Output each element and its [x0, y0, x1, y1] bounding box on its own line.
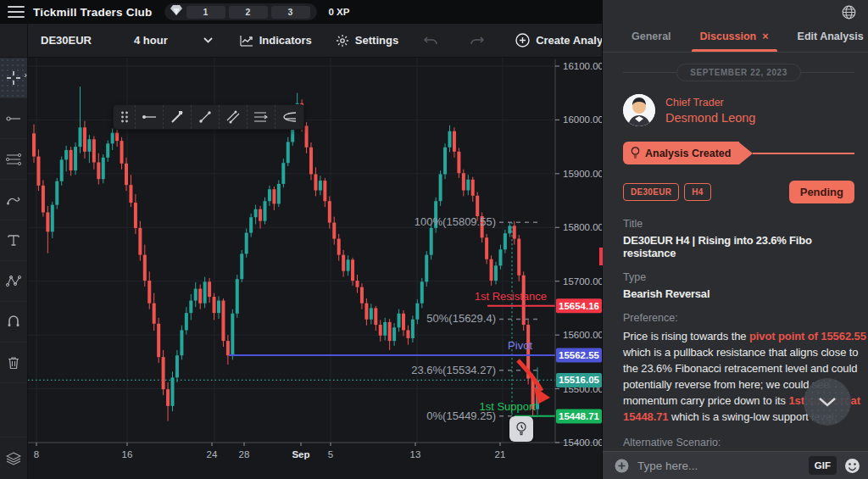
tool-horizontal-ray[interactable] — [136, 105, 164, 129]
globe-icon[interactable] — [842, 5, 856, 19]
tool-curve[interactable] — [275, 105, 303, 129]
time-tick: 8 — [34, 449, 39, 460]
tab-general[interactable]: General — [623, 31, 680, 52]
candle — [360, 287, 364, 304]
candle — [398, 314, 401, 327]
symbol-button[interactable]: DE30EUR — [28, 24, 110, 57]
svg-text:16100.00: 16100.00 — [563, 61, 602, 71]
candle — [383, 322, 387, 336]
time-tick: 21 — [495, 449, 506, 460]
type-label: Type — [623, 271, 854, 283]
candle — [462, 173, 465, 190]
tool-crosshair[interactable]: › — [0, 58, 27, 98]
candle — [351, 259, 354, 281]
panel-tabs: General Discussion× Edit Analysis — [603, 24, 868, 53]
trend-line-bold-icon — [170, 110, 184, 124]
candle — [194, 289, 198, 301]
avatar[interactable] — [623, 94, 655, 126]
candle — [92, 139, 96, 162]
toolbar-drag-handle[interactable] — [114, 105, 136, 129]
svg-text:15516.05: 15516.05 — [559, 375, 600, 385]
symbol-tag[interactable]: DE30EUR — [623, 183, 679, 201]
timeframe-dropdown[interactable]: 4 hour — [110, 24, 228, 57]
tool-trend-line-bold[interactable] — [164, 105, 192, 129]
candle — [259, 209, 262, 221]
candle — [513, 226, 516, 238]
candle — [388, 322, 392, 341]
candle — [314, 174, 317, 190]
candle — [203, 281, 207, 303]
menu-icon[interactable] — [8, 6, 25, 18]
svg-text:15800.00: 15800.00 — [563, 222, 602, 232]
xp-levels-pill: 1 2 3 — [164, 3, 317, 20]
candle — [208, 281, 211, 297]
close-tab-icon[interactable]: × — [762, 31, 768, 42]
candle — [364, 304, 368, 320]
tool-fib-levels[interactable] — [248, 105, 275, 129]
alternative-label: Alternative Scenario: — [623, 437, 854, 448]
floating-drawing-toolbar[interactable] — [113, 104, 304, 130]
panel-top-bar — [603, 0, 868, 24]
level-1[interactable]: 1 — [186, 6, 225, 19]
add-attachment-icon[interactable] — [615, 459, 629, 473]
candle — [430, 228, 433, 255]
scroll-to-bottom-button[interactable] — [804, 378, 851, 426]
divider-price-marker — [599, 248, 603, 265]
candle — [471, 180, 475, 196]
undo-button[interactable] — [410, 24, 457, 57]
tool-magnet[interactable] — [0, 302, 27, 343]
tab-discussion[interactable]: Discussion× — [692, 31, 777, 52]
candle — [106, 143, 109, 157]
candle — [134, 203, 137, 228]
tool-parallel-channel[interactable] — [220, 105, 248, 129]
fib-retracement-icon — [6, 153, 21, 166]
emoji-icon[interactable] — [844, 458, 860, 474]
level-3[interactable]: 3 — [271, 6, 310, 19]
candle — [249, 217, 253, 232]
analysis-title: DE30EUR H4 | Rising into 23.6% Fibo resi… — [623, 234, 854, 259]
app-title: Tickmill Traders Club — [33, 6, 153, 19]
tool-object-tree[interactable] — [0, 437, 27, 479]
svg-text:15400.00: 15400.00 — [563, 437, 602, 448]
tool-xabcd-pattern[interactable] — [0, 261, 27, 302]
chart-area[interactable]: 100%(15809.55)50%(15629.4)23.6%(15534.27… — [28, 58, 602, 479]
tool-brush[interactable] — [0, 180, 27, 220]
gem-icon — [170, 4, 183, 19]
timeframe-tag[interactable]: H4 — [684, 183, 710, 201]
sidebar-expand-caret[interactable]: › — [24, 70, 27, 80]
tool-trend-line-thin[interactable] — [192, 105, 220, 129]
author-name[interactable]: Desmond Leong — [665, 111, 755, 125]
fib-label: 100%(15809.55) — [415, 215, 496, 228]
analysis-idea-button[interactable] — [509, 416, 533, 442]
candle — [102, 158, 105, 179]
candle — [337, 239, 341, 255]
tab-edit-analysis[interactable]: Edit Analysis — [789, 31, 868, 52]
candle — [171, 377, 175, 406]
svg-text:16000.00: 16000.00 — [563, 114, 602, 125]
time-tick: 16 — [122, 449, 133, 460]
tool-delete[interactable] — [0, 343, 27, 383]
candle — [162, 357, 165, 389]
candle — [370, 308, 373, 319]
redo-button[interactable] — [457, 24, 504, 57]
settings-button[interactable]: Settings — [324, 24, 410, 57]
svg-text:15900.00: 15900.00 — [563, 169, 602, 179]
tool-trend-line[interactable] — [0, 98, 27, 139]
level-2[interactable]: 2 — [229, 6, 268, 19]
level-label: 1st Support — [480, 400, 537, 413]
indicators-button[interactable]: Indicators — [228, 24, 324, 57]
gif-button[interactable]: GIF — [809, 456, 837, 475]
chat-input[interactable] — [637, 460, 809, 472]
candle — [231, 314, 234, 355]
candle — [153, 304, 156, 324]
date-divider: SEPTEMBER 22, 2023 — [623, 64, 854, 81]
tool-fib-retracement[interactable] — [0, 139, 27, 180]
candle — [425, 255, 428, 282]
tool-text[interactable] — [0, 220, 27, 261]
candle — [115, 133, 119, 142]
candle — [406, 330, 409, 338]
candle — [240, 253, 243, 279]
create-analysis-button[interactable]: Create Analysis — [504, 24, 602, 57]
magnet-icon — [7, 315, 20, 329]
event-ribbon-label: Analysis Created — [645, 148, 731, 159]
